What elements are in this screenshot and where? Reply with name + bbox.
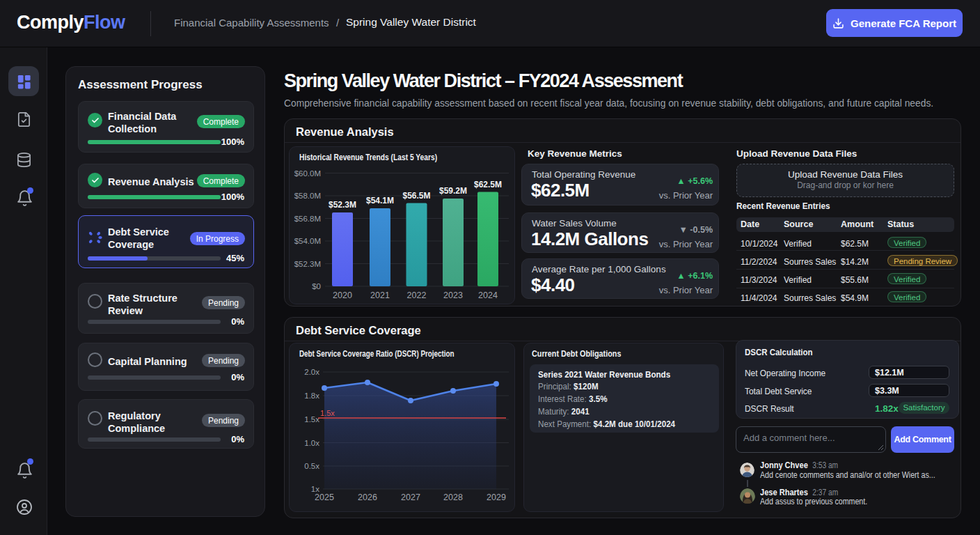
svg-text:1.8x: 1.8x: [304, 391, 319, 400]
svg-text:$59.2M: $59.2M: [439, 186, 467, 196]
svg-text:2024: 2024: [478, 290, 498, 300]
svg-text:2029: 2029: [487, 493, 506, 502]
svg-text:$52.3M: $52.3M: [329, 200, 356, 210]
svg-text:2022: 2022: [407, 290, 427, 300]
svg-text:2.0x: 2.0x: [304, 368, 319, 376]
svg-text:$60.0M: $60.0M: [294, 169, 321, 178]
svg-text:2026: 2026: [358, 493, 377, 502]
svg-text:2027: 2027: [401, 493, 420, 502]
svg-text:$56.8M: $56.8M: [294, 215, 321, 223]
svg-text:1.0x: 1.0x: [304, 439, 319, 447]
svg-text:2028: 2028: [443, 493, 463, 502]
svg-text:$52.3M: $52.3M: [294, 260, 321, 268]
svg-text:$56.5M: $56.5M: [402, 191, 430, 201]
svg-text:$62.5M: $62.5M: [474, 180, 502, 189]
svg-text:$0: $0: [312, 282, 321, 290]
svg-text:$54.0M: $54.0M: [294, 237, 321, 245]
svg-text:0.5x: 0.5x: [304, 462, 319, 470]
svg-text:$54.1M: $54.1M: [366, 196, 394, 206]
svg-text:$58.0M: $58.0M: [294, 192, 321, 200]
svg-text:2023: 2023: [443, 290, 463, 300]
svg-text:1.5x: 1.5x: [304, 415, 319, 424]
svg-text:2020: 2020: [333, 290, 352, 300]
svg-text:1.5x: 1.5x: [320, 409, 335, 417]
svg-text:2025: 2025: [315, 493, 334, 502]
svg-text:2021: 2021: [370, 290, 390, 300]
